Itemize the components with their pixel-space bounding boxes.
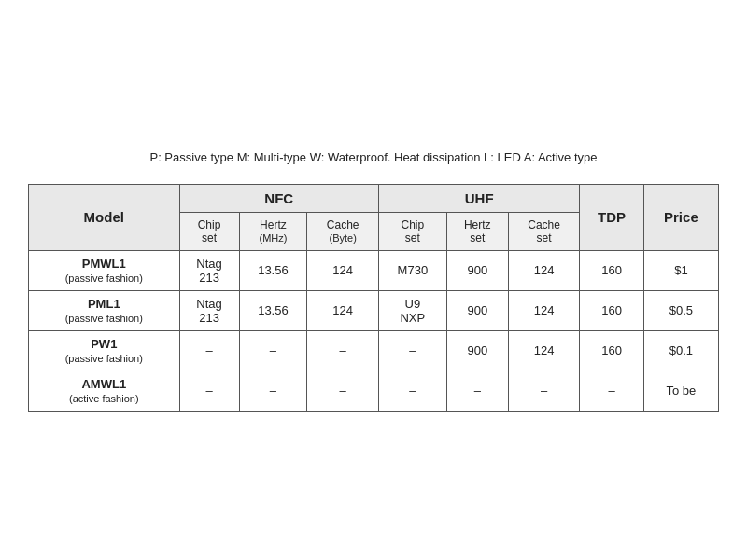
nfc-hertz-header: Hertz(MHz): [239, 212, 307, 250]
data-cell: $0.5: [643, 290, 718, 330]
data-cell: 124: [508, 330, 580, 371]
page-wrapper: P: Passive type M: Multi-type W: Waterpr…: [19, 130, 728, 430]
data-cell: $0.1: [643, 330, 718, 371]
data-cell: –: [239, 330, 307, 371]
data-cell: 13.56: [239, 250, 307, 290]
data-cell: 900: [446, 250, 508, 290]
table-row: PW1(passive fashion)––––900124160$0.1: [29, 330, 719, 371]
nfc-chip-header: Chipset: [179, 212, 239, 250]
model-header: Model: [29, 184, 180, 250]
table-row: PMWL1(passive fashion)Ntag21313.56124M73…: [29, 250, 719, 290]
uhf-cache-header: Cacheset: [508, 212, 580, 250]
data-cell: 160: [580, 330, 643, 371]
data-cell: 160: [580, 250, 643, 290]
data-cell: $1: [643, 250, 718, 290]
model-cell: PW1(passive fashion): [29, 330, 180, 371]
data-cell: –: [508, 371, 580, 411]
data-cell: 124: [307, 290, 379, 330]
data-cell: 124: [307, 250, 379, 290]
data-cell: Ntag213: [179, 250, 239, 290]
data-cell: –: [239, 371, 307, 411]
data-cell: –: [179, 371, 239, 411]
table-row: PML1(passive fashion)Ntag21313.56124U9NX…: [29, 290, 719, 330]
model-cell: PMWL1(passive fashion): [29, 250, 180, 290]
nfc-cache-header: Cache(Byte): [307, 212, 379, 250]
data-cell: Ntag213: [179, 290, 239, 330]
nfc-group-header: NFC: [179, 184, 378, 212]
data-cell: –: [307, 371, 379, 411]
data-cell: To be: [643, 371, 718, 411]
data-cell: –: [179, 330, 239, 371]
data-cell: M730: [378, 250, 446, 290]
data-cell: –: [446, 371, 508, 411]
product-table: Model NFC UHF TDP Price Chipset Hertz(MH…: [28, 184, 719, 412]
uhf-hertz-header: Hertzset: [446, 212, 508, 250]
data-cell: 900: [446, 290, 508, 330]
data-cell: 124: [508, 290, 580, 330]
data-cell: 13.56: [239, 290, 307, 330]
data-cell: 900: [446, 330, 508, 371]
data-cell: –: [307, 330, 379, 371]
table-row: AMWL1(active fashion)–––––––To be: [29, 371, 719, 411]
model-cell: AMWL1(active fashion): [29, 371, 180, 411]
model-cell: PML1(passive fashion): [29, 290, 180, 330]
price-header: Price: [643, 184, 718, 250]
tdp-header: TDP: [580, 184, 643, 250]
uhf-group-header: UHF: [378, 184, 579, 212]
data-cell: –: [378, 330, 446, 371]
legend-text: P: Passive type M: Multi-type W: Waterpr…: [28, 148, 719, 167]
data-cell: U9NXP: [378, 290, 446, 330]
uhf-chip-header: Chipset: [378, 212, 446, 250]
data-cell: –: [378, 371, 446, 411]
data-cell: –: [580, 371, 643, 411]
data-cell: 160: [580, 290, 643, 330]
data-cell: 124: [508, 250, 580, 290]
